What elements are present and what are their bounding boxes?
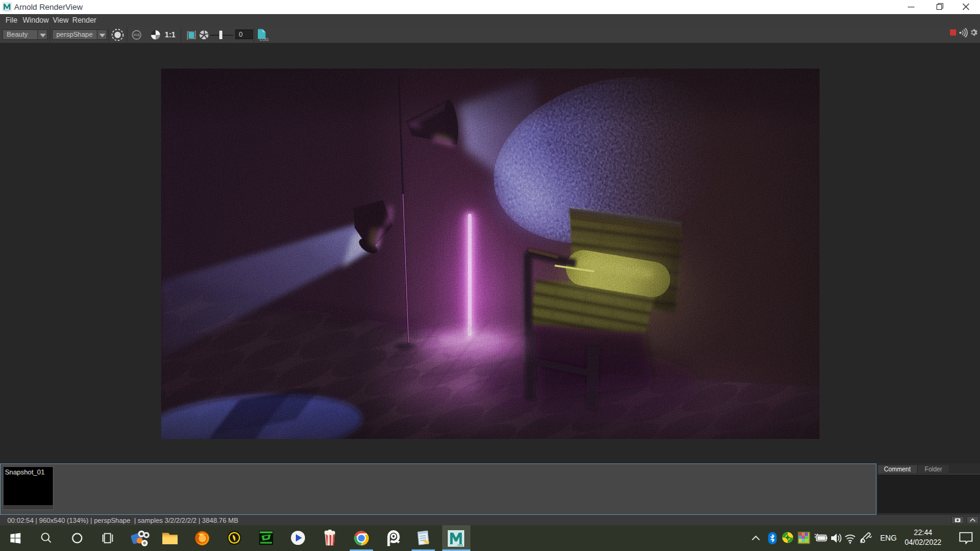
svg-text:RGB: RGB: [134, 34, 140, 37]
svg-text:LOG: LOG: [260, 37, 269, 42]
svg-text:MAYA: MAYA: [5, 10, 9, 12]
svg-text:ENG: ENG: [880, 534, 897, 542]
svg-text:MAYA: MAYA: [457, 544, 463, 547]
